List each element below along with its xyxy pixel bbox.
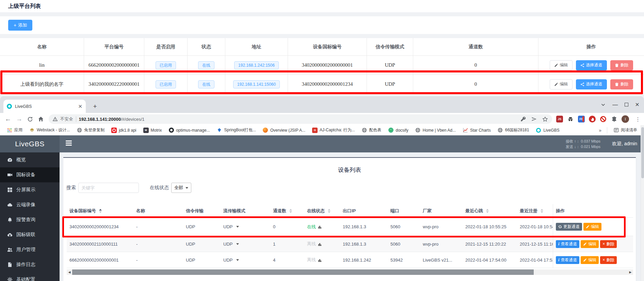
bookmark-copy-free[interactable]: 免登录复制 — [74, 126, 107, 134]
sidebar-item-user-management[interactable]: 用户管理 — [0, 242, 60, 257]
bookmark-webstack[interactable]: Webstack - 设计... — [27, 126, 73, 134]
delete-button[interactable]: 删除 — [610, 60, 633, 70]
profile-avatar[interactable]: I — [622, 115, 629, 123]
address-bar[interactable]: 不安全 192.168.1.141:20000/#/devices/1 — [49, 114, 552, 124]
blocker-hand-extension-icon[interactable] — [589, 116, 596, 122]
js-extension-icon[interactable]: JS — [556, 116, 563, 122]
bookmark-motrix[interactable]: MMotrix — [141, 127, 165, 134]
reload-button[interactable] — [27, 116, 33, 122]
bookmark-docsify[interactable]: docsify — [385, 127, 411, 134]
delete-button[interactable]: ×删除 — [600, 240, 617, 248]
welcome-user-label[interactable]: 欢迎, admin — [612, 141, 637, 147]
incognito-mask-extension-icon[interactable] — [567, 116, 574, 122]
search-input[interactable] — [78, 183, 139, 193]
scroll-right-arrow[interactable]: ▶ — [628, 269, 633, 275]
bandwidth-chart-icon[interactable] — [318, 225, 322, 229]
sidebar-collapse-hamburger-icon[interactable] — [66, 140, 73, 147]
bookmarks-overflow-chevrons[interactable]: » — [597, 128, 603, 133]
window-close-button[interactable]: × — [635, 101, 639, 109]
update-channels-button[interactable]: 更新通道 — [556, 223, 582, 231]
vertical-scrollbar-thumb[interactable] — [641, 127, 644, 178]
col-last-heartbeat[interactable]: 最近心跳 — [463, 208, 517, 214]
reading-list-button[interactable]: 阅读清单 — [611, 126, 640, 134]
sidebar-item-overview[interactable]: 概览 — [0, 152, 60, 167]
bookmark-springboot[interactable]: SpringBoot打包... — [214, 126, 259, 134]
select-channel-button[interactable]: 选择通道 — [576, 79, 607, 89]
view-channels-button[interactable]: i查看通道 — [556, 240, 579, 248]
edit-button[interactable]: 编辑 — [550, 79, 573, 89]
bookmark-optimus[interactable]: optimus-manage... — [166, 127, 212, 134]
col-channels[interactable]: 通道数 — [270, 208, 304, 214]
edit-button[interactable]: 编辑 — [581, 240, 599, 248]
delete-button[interactable]: ×删除 — [600, 256, 617, 264]
extensions-puzzle-icon[interactable] — [611, 116, 617, 122]
cell-name: - — [133, 258, 183, 263]
url-text[interactable]: 192.168.1.141:20000/#/devices/1 — [79, 117, 145, 122]
bookmark-star-icon[interactable] — [542, 116, 548, 122]
bookmark-star-charts[interactable]: Star Charts — [460, 127, 494, 134]
scrollbar-thumb[interactable] — [72, 269, 534, 275]
window-maximize-button[interactable] — [625, 103, 628, 106]
sort-icon[interactable] — [486, 209, 489, 213]
send-to-device-icon[interactable] — [531, 116, 537, 122]
fe-extension-icon[interactable]: FE — [578, 116, 585, 122]
bookmark-aj-captcha[interactable]: GAJ-Captcha: 行为... — [309, 126, 357, 134]
edit-button[interactable]: 编辑 — [583, 223, 601, 231]
security-label[interactable]: 不安全 — [60, 116, 73, 122]
sidebar-item-gb-devices[interactable]: 国标设备 — [0, 167, 60, 182]
home-button[interactable] — [38, 116, 44, 122]
back-button[interactable]: ← — [5, 115, 11, 123]
cell-name: 上级看到的我的名字 — [0, 75, 84, 94]
window-minimize-button[interactable]: — — [612, 102, 618, 108]
omnibox-right-icons — [520, 116, 548, 122]
view-channels-button[interactable]: i查看通道 — [556, 256, 579, 264]
sidebar-item-gb-cascade[interactable]: 国标级联 — [0, 227, 60, 242]
browser-menu-kebab-icon[interactable]: ⋮ — [635, 116, 641, 122]
new-tab-button[interactable]: + — [90, 102, 100, 111]
scroll-left-arrow[interactable]: ◀ — [67, 269, 72, 275]
cell-port: 5060 — [388, 242, 420, 247]
address-badge[interactable]: 192.168.1.242:1506 — [234, 61, 279, 69]
browser-tab-livegbs[interactable]: LiveGBS ✕ — [3, 100, 86, 113]
app-logo[interactable]: LiveGBS — [0, 135, 60, 152]
sort-icon[interactable] — [99, 209, 102, 213]
col-online-status[interactable]: 在线状态 — [304, 208, 340, 214]
sidebar-item-split-screen[interactable]: 分屏展示 — [0, 182, 60, 197]
password-key-icon[interactable] — [520, 116, 526, 122]
bookmark-jdk-api[interactable]: jdk1.8 api — [109, 127, 139, 134]
sidebar-item-alarm-query[interactable]: 报警查询 — [0, 212, 60, 227]
tab-search-chevron-icon[interactable] — [601, 102, 606, 107]
cell-name: - — [133, 242, 183, 247]
browser-vertical-scrollbar[interactable] — [641, 125, 644, 281]
address-badge[interactable]: 192.168.1.141:15060 — [233, 80, 280, 88]
bookmark-overview-jsip[interactable]: Overview (JSIP A... — [260, 127, 308, 134]
col-gb-id[interactable]: 设备国标编号 — [67, 208, 133, 214]
sidebar-item-basic-config[interactable]: 基础配置 — [0, 272, 60, 281]
sidebar-item-operation-log[interactable]: 操作日志 — [0, 257, 60, 272]
cell-signal: UDP — [183, 258, 221, 263]
delete-button[interactable]: 删除 — [610, 79, 633, 89]
edit-button[interactable]: 编辑 — [581, 256, 599, 264]
bandwidth-chart-icon[interactable] — [318, 258, 322, 262]
edit-button[interactable]: 编辑 — [550, 60, 573, 70]
cell-stream-mode-select[interactable]: UDP — [221, 224, 270, 229]
bookmark-color-table[interactable]: 配色表 — [359, 126, 384, 134]
sort-icon[interactable] — [289, 209, 292, 213]
sort-icon[interactable] — [541, 209, 543, 213]
forward-button[interactable]: → — [16, 115, 22, 123]
bookmark-livegbs[interactable]: LiveGBS — [533, 127, 562, 134]
online-status-select[interactable]: 全部 — [171, 183, 191, 193]
bookmark-gb28181[interactable]: 66国标28181 — [495, 126, 532, 134]
sort-icon[interactable] — [328, 209, 331, 213]
cell-stream-mode-select[interactable]: UDP — [221, 242, 270, 247]
cell-stream-mode-select[interactable]: UDP — [221, 258, 270, 263]
select-channel-button[interactable]: 选择通道 — [576, 60, 607, 70]
no-phone-extension-icon[interactable] — [600, 116, 607, 122]
bookmark-apps[interactable]: 应用 — [4, 126, 25, 134]
bookmark-vben-home[interactable]: Home | Vben Ad... — [413, 127, 458, 134]
horizontal-scrollbar[interactable]: ◀ ▶ — [67, 269, 633, 275]
tab-close-icon[interactable]: ✕ — [78, 103, 82, 110]
bandwidth-chart-icon[interactable] — [318, 242, 322, 246]
add-platform-button[interactable]: + 添加 — [8, 20, 32, 31]
sidebar-item-cloud-record[interactable]: 云端录像 — [0, 197, 60, 212]
